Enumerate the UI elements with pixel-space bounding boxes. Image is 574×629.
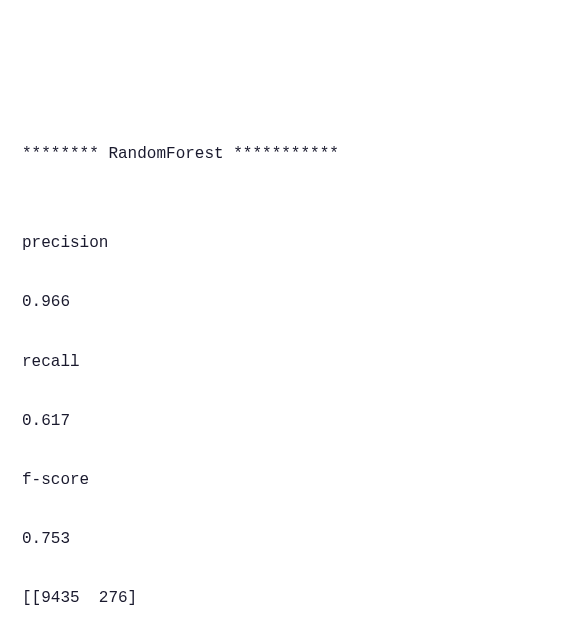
precision-value: 0.966 — [22, 288, 552, 318]
recall-label: recall — [22, 348, 552, 378]
header-line: ******** RandomForest *********** — [22, 140, 552, 170]
recall-value: 0.617 — [22, 407, 552, 437]
precision-label: precision — [22, 229, 552, 259]
fscore-value: 0.753 — [22, 525, 552, 555]
confusion-matrix-row1: [[9435 276] — [22, 584, 552, 614]
fscore-label: f-score — [22, 466, 552, 496]
